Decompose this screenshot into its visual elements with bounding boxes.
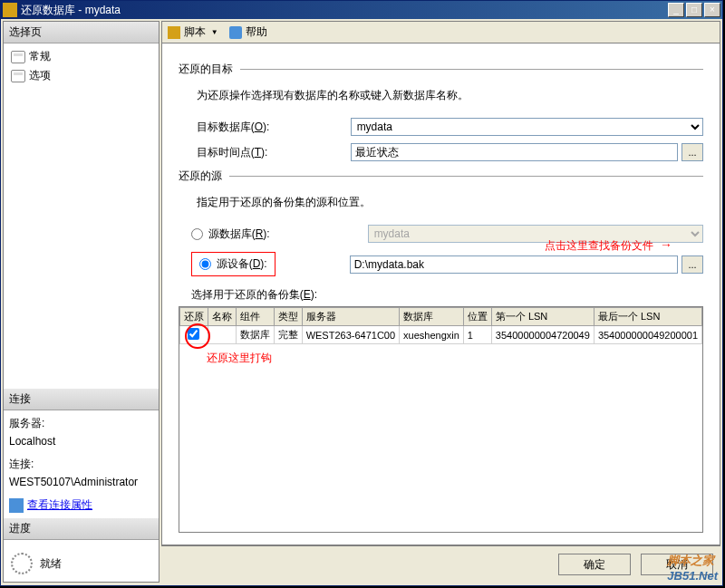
maximize-button[interactable]: □ [686, 3, 702, 17]
table-row[interactable]: 数据库 完整 WEST263-6471C00 xueshengxin 1 354… [179, 326, 701, 344]
target-time-input[interactable] [351, 143, 678, 161]
annotation-find-backup: 点击这里查找备份文件 [545, 239, 653, 252]
connection-value: WEST50107\Administrator [9, 476, 153, 488]
target-db-select[interactable]: mydata [351, 118, 703, 136]
col-restore[interactable]: 还原 [179, 308, 208, 326]
source-desc: 指定用于还原的备份集的源和位置。 [197, 195, 703, 210]
server-label: 服务器: [9, 416, 153, 431]
device-browse-button[interactable]: ... [682, 255, 703, 274]
server-value: Localhost [9, 435, 153, 448]
titlebar: 还原数据库 - mydata _ □ × [1, 1, 722, 19]
source-device-radio[interactable] [199, 258, 211, 270]
help-icon [229, 26, 242, 39]
properties-icon [9, 498, 24, 513]
cell-first-lsn: 35400000004720049 [491, 326, 594, 344]
page-icon [11, 70, 25, 82]
col-component[interactable]: 组件 [236, 308, 274, 326]
page-item-options[interactable]: 选项 [7, 66, 155, 85]
source-section-title: 还原的源 [179, 169, 222, 184]
source-database-radio[interactable] [191, 228, 203, 240]
toolbar: 脚本 ▼ 帮助 [161, 21, 720, 43]
cell-position: 1 [463, 326, 491, 344]
close-button[interactable]: × [704, 3, 720, 17]
target-db-label: 目标数据库(O): [197, 120, 351, 135]
page-label: 常规 [29, 49, 51, 64]
page-label: 选项 [29, 68, 51, 83]
progress-header: 进度 [4, 518, 159, 540]
col-first-lsn[interactable]: 第一个 LSN [491, 308, 594, 326]
connection-header: 连接 [4, 389, 159, 410]
target-desc: 为还原操作选择现有数据库的名称或键入新数据库名称。 [197, 88, 703, 103]
backup-sets-label: 选择用于还原的备份集(E): [191, 287, 703, 303]
target-time-label: 目标时间点(T): [197, 145, 351, 160]
divider [240, 69, 703, 70]
window-title: 还原数据库 - mydata [21, 3, 668, 18]
connection-label: 连接: [9, 457, 153, 472]
left-panel: 选择页 常规 选项 连接 服务器: Localhost 连接: WEST5010… [3, 21, 160, 583]
progress-status: 就绪 [40, 556, 62, 572]
col-server[interactable]: 服务器 [302, 308, 399, 326]
divider [229, 176, 703, 177]
cell-component: 数据库 [236, 326, 274, 344]
source-device-label: 源设备(D): [217, 256, 267, 272]
backup-sets-table: 还原 名称 组件 类型 服务器 数据库 位置 第一个 LSN 最后一个 LSN [179, 306, 703, 533]
col-position[interactable]: 位置 [463, 308, 491, 326]
progress-spinner-icon [11, 553, 33, 574]
cell-server: WEST263-6471C00 [302, 326, 399, 344]
time-browse-button[interactable]: ... [682, 143, 703, 161]
annotation-check-restore: 还原这里打钩 [207, 351, 272, 366]
app-icon [3, 3, 17, 17]
col-name[interactable]: 名称 [208, 308, 236, 326]
minimize-button[interactable]: _ [668, 3, 684, 17]
cell-last-lsn: 354000000049200001 [594, 326, 701, 344]
help-button[interactable]: 帮助 [246, 24, 267, 40]
device-path-input[interactable] [350, 255, 678, 274]
view-connection-properties-link[interactable]: 查看连接属性 [27, 497, 92, 513]
page-icon [11, 51, 25, 63]
target-section-title: 还原的目标 [179, 62, 233, 77]
cell-database: xueshengxin [400, 326, 464, 344]
restore-checkbox[interactable] [188, 328, 199, 340]
ok-button[interactable]: 确定 [558, 554, 631, 575]
col-database[interactable]: 数据库 [400, 308, 464, 326]
source-db-label: 源数据库(R): [208, 227, 368, 242]
page-item-general[interactable]: 常规 [7, 47, 155, 66]
select-page-header: 选择页 [4, 22, 159, 43]
cell-name [208, 326, 236, 344]
cell-type: 完整 [274, 326, 302, 344]
arrow-right-icon: → [660, 237, 672, 252]
script-icon [168, 26, 180, 39]
chevron-down-icon[interactable]: ▼ [211, 28, 218, 36]
col-type[interactable]: 类型 [274, 308, 302, 326]
cancel-button[interactable]: 取消 [641, 554, 713, 575]
script-button[interactable]: 脚本 [184, 24, 206, 40]
col-last-lsn[interactable]: 最后一个 LSN [594, 308, 701, 326]
